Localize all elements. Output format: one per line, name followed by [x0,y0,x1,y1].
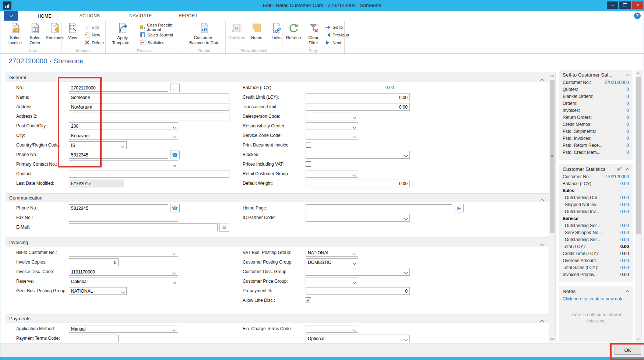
ic-partner-code-dropdown[interactable] [306,214,410,222]
maximize-button[interactable] [619,1,631,9]
assistedit-button[interactable]: … [170,84,180,92]
address-input[interactable]: Norðurturn [69,103,229,111]
ribbon-button-customer-balance-to-date[interactable]: Customer - Balance to Date [184,22,224,46]
home-page-input[interactable] [306,204,452,212]
chevron-down-icon[interactable] [353,125,356,129]
ribbon-button-previous[interactable]: Previous [323,31,351,39]
invoice-copies-input[interactable]: 0 [69,258,119,266]
scroll-down-icon[interactable] [549,336,555,342]
chevron-down-icon[interactable] [404,217,408,220]
factbox-item-value[interactable]: 0 [626,115,629,120]
balance-lcy-value[interactable]: 0.00 [306,85,394,90]
factbox-item-value[interactable]: 2702120000 [604,80,629,85]
post-code-city-dropdown[interactable]: 200 [69,122,178,130]
phone-button[interactable]: ☎ [170,204,180,212]
chevron-down-icon[interactable] [173,280,176,284]
factbox-item-value[interactable]: 0 [626,150,629,155]
scroll-up-icon[interactable] [635,70,641,77]
ribbon-button-sales-invoice[interactable]: Sales Invoice [5,22,25,46]
chevron-down-icon[interactable] [173,328,176,332]
contact-input[interactable] [69,170,229,178]
factbox-item-value[interactable]: 0.00 [620,209,629,214]
ribbon-button-sales-order[interactable]: Sales Order [25,22,45,46]
chevron-down-icon[interactable] [404,271,408,275]
service-zone-code-dropdown[interactable] [306,132,358,140]
invoice-disc-code-dropdown[interactable]: 1101170000 [69,268,178,276]
minimize-button[interactable]: – [607,1,618,9]
chevron-down-icon[interactable] [173,252,176,255]
factbox-item-value[interactable]: 0.00 [620,258,629,263]
chevron-down-icon[interactable] [353,173,356,177]
city-dropdown[interactable]: Kópavogi [69,132,178,140]
chevron-down-icon[interactable] [121,290,125,294]
address-2-input[interactable] [69,113,229,120]
name-input[interactable]: Someone [69,93,229,101]
e-mail-input[interactable] [69,223,218,231]
chevron-down-icon[interactable] [353,280,356,284]
ribbon-button-notes[interactable]: Notes [247,22,267,41]
factbox-item-value[interactable]: 0 [626,129,629,134]
ok-button[interactable]: OK [615,346,641,355]
mail-button[interactable]: ✉ [219,223,229,232]
factbox-item-value[interactable]: 0.00 [620,223,629,228]
ribbon-button-apply-template[interactable]: Apply Template... [107,22,138,46]
chevron-down-icon[interactable] [173,163,176,167]
ribbon-button-next[interactable]: Next [323,39,351,46]
reserve-dropdown[interactable]: Optional [69,278,178,285]
vat-bus-posting-group-dropdown[interactable]: NATIONAL [306,249,358,257]
chevron-down-icon[interactable] [173,135,176,138]
scroll-down-icon[interactable] [635,336,641,342]
salesperson-code-dropdown[interactable] [306,113,358,120]
chevron-down-icon[interactable] [353,261,356,265]
ribbon-button-view[interactable]: View [63,22,82,41]
factbox-item-value[interactable]: 0.00 [620,230,629,235]
tab-actions[interactable]: ACTIONS [70,11,109,21]
chevron-down-icon[interactable] [353,252,356,255]
tab-home[interactable]: HOME [32,11,57,21]
ribbon-button-delete[interactable]: Delete [82,39,105,46]
payments-field-dropdown[interactable]: Optional [306,335,410,342]
ribbon-button-new[interactable]: New [82,31,105,39]
factbox-item-value[interactable]: 0 [626,108,629,113]
allow-line-disc-checkbox[interactable]: ✓ [306,297,311,303]
blocked-dropdown[interactable] [306,151,410,159]
fin-charge-terms-code-dropdown[interactable] [306,325,358,333]
ribbon-button-sales-journal[interactable]: Sales Journal [138,31,182,39]
prepayment-input[interactable]: 0 [306,287,410,295]
customer-price-group-dropdown[interactable] [306,278,358,285]
no-input[interactable]: 2702120000 [69,84,168,92]
factbox-item-value[interactable]: 0.00 [620,265,629,270]
fax-no-input[interactable] [69,214,178,222]
factbox-item-value[interactable]: 0.00 [620,195,629,200]
factbox-item-value[interactable]: 0 [626,143,629,148]
factbox-item-value[interactable]: 2702120000 [604,174,629,179]
application-method-dropdown[interactable]: Manual [69,325,178,333]
bill-to-customer-no-dropdown[interactable] [69,249,178,257]
factbox-item-value[interactable]: 0 [626,94,629,99]
chevron-down-icon[interactable] [121,144,125,148]
ribbon-button-clear-filter[interactable]: Clear Filter [303,22,323,46]
close-button[interactable]: ✕ [632,1,643,9]
factbox-item-value[interactable]: 0 [626,136,629,141]
transaction-limit-input[interactable]: 0.00 [306,103,410,111]
tab-report[interactable]: REPORT [171,11,205,21]
factbox-scrollbar[interactable] [635,70,642,342]
customer-disc-group-dropdown[interactable] [306,268,410,276]
responsibility-center-dropdown[interactable] [306,122,358,130]
factbox-item-value[interactable]: 0 [626,101,629,106]
scroll-up-icon[interactable] [549,73,555,79]
chevron-down-icon[interactable] [353,328,356,332]
prices-including-vat-checkbox[interactable] [306,161,311,167]
chevron-down-icon[interactable] [404,154,408,158]
factbox-item-value[interactable]: 0.00 [620,202,629,207]
help-icon[interactable]: ? [634,13,641,19]
chevron-down-icon[interactable] [353,116,356,119]
country-region-code-dropdown[interactable]: IS [69,141,127,149]
phone-no-input[interactable]: 5812345 [69,151,168,159]
chevron-down-icon[interactable] [173,271,176,275]
chevron-down-icon[interactable] [353,135,356,138]
customer-posting-group-dropdown[interactable]: DOMESTIC [306,258,358,266]
factbox-item-value[interactable]: 0.00 [620,181,629,186]
form-scrollbar-thumb[interactable] [550,80,555,233]
credit-limit-lcy-input[interactable]: 0.00 [306,93,410,101]
